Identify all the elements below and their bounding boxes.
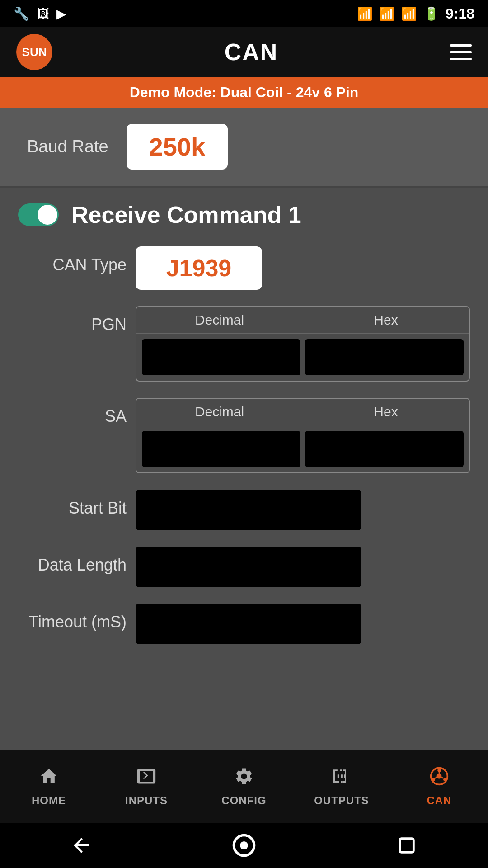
app-header: SUN CAN xyxy=(0,27,488,77)
home-icon xyxy=(39,766,59,791)
pgn-hex-header: Hex xyxy=(303,307,469,334)
system-nav-bar xyxy=(0,823,488,868)
bluetooth-icon: 📶 xyxy=(357,6,373,21)
can-type-label: CAN Type xyxy=(18,246,127,274)
svg-point-3 xyxy=(443,778,446,781)
sa-field: Decimal Hex xyxy=(136,398,470,473)
sa-dec-hex-container: Decimal Hex xyxy=(136,398,470,473)
nav-inputs-button[interactable]: INPUTS xyxy=(98,750,195,823)
sa-decimal-input[interactable] xyxy=(142,431,300,467)
svg-point-9 xyxy=(240,841,248,849)
play-icon: ▶ xyxy=(56,6,66,21)
sa-inputs xyxy=(136,425,469,472)
recents-button[interactable] xyxy=(391,830,422,861)
pgn-field: Decimal Hex xyxy=(136,306,470,382)
status-bar: 🔧 🖼 ▶ 📶 📶 📶 🔋 9:18 xyxy=(0,0,488,27)
status-time: 9:18 xyxy=(446,5,474,22)
baud-rate-label: Baud Rate xyxy=(27,137,108,156)
menu-line-3 xyxy=(450,58,472,60)
data-length-row: Data Length xyxy=(18,547,470,587)
bottom-nav: HOME INPUTS CONFIG OUTPUTS xyxy=(0,750,488,823)
nav-home-button[interactable]: HOME xyxy=(0,750,98,823)
timeout-row: Timeout (mS) xyxy=(18,604,470,644)
receive-command-header: Receive Command 1 xyxy=(18,201,470,228)
status-icons-right: 📶 📶 📶 🔋 9:18 xyxy=(357,5,474,22)
receive-command-toggle[interactable] xyxy=(18,203,59,226)
nav-config-button[interactable]: CONFIG xyxy=(195,750,293,823)
sa-hex-input[interactable] xyxy=(305,431,464,467)
timeout-label: Timeout (mS) xyxy=(18,604,127,632)
nav-outputs-label: OUTPUTS xyxy=(314,794,369,807)
pgn-label: PGN xyxy=(18,306,127,334)
inputs-icon xyxy=(136,766,156,791)
svg-point-4 xyxy=(432,778,435,781)
pgn-dec-hex-header: Decimal Hex xyxy=(136,307,469,334)
app-logo: SUN xyxy=(16,34,52,70)
hamburger-menu-button[interactable] xyxy=(450,44,472,60)
wrench-icon: 🔧 xyxy=(14,6,29,21)
nav-outputs-button[interactable]: OUTPUTS xyxy=(293,750,390,823)
config-icon xyxy=(234,766,254,791)
data-length-input[interactable] xyxy=(136,547,361,587)
outputs-icon xyxy=(332,766,352,791)
baud-rate-section: Baud Rate 250k xyxy=(0,108,488,186)
sa-decimal-header: Decimal xyxy=(136,399,303,425)
nav-inputs-label: INPUTS xyxy=(125,794,168,807)
back-button[interactable] xyxy=(66,830,97,861)
demo-text: Demo Mode: Dual Coil - 24v 6 Pin xyxy=(130,84,359,101)
sa-row: SA Decimal Hex xyxy=(18,398,470,473)
system-home-button[interactable] xyxy=(228,830,260,861)
start-bit-field xyxy=(136,490,470,530)
data-length-label: Data Length xyxy=(18,547,127,575)
svg-point-2 xyxy=(437,769,441,772)
sa-hex-header: Hex xyxy=(303,399,469,425)
pgn-row: PGN Decimal Hex xyxy=(18,306,470,382)
menu-line-1 xyxy=(450,44,472,47)
data-length-field xyxy=(136,547,470,587)
nav-can-label: CAN xyxy=(427,794,452,807)
pgn-dec-hex-container: Decimal Hex xyxy=(136,306,470,382)
sa-dec-hex-header: Decimal Hex xyxy=(136,399,469,425)
nav-home-label: HOME xyxy=(32,794,66,807)
demo-banner: Demo Mode: Dual Coil - 24v 6 Pin xyxy=(0,77,488,108)
signal-icon: 📶 xyxy=(401,6,417,21)
can-type-row: CAN Type J1939 xyxy=(18,246,470,290)
image-icon: 🖼 xyxy=(37,6,49,21)
can-icon xyxy=(429,766,449,791)
wifi-icon: 📶 xyxy=(379,6,395,21)
battery-icon: 🔋 xyxy=(423,6,439,21)
nav-can-button[interactable]: CAN xyxy=(390,750,488,823)
receive-command-title: Receive Command 1 xyxy=(71,201,301,228)
status-icons-left: 🔧 🖼 ▶ xyxy=(14,6,66,21)
timeout-input[interactable] xyxy=(136,604,361,644)
receive-section: Receive Command 1 CAN Type J1939 PGN Dec… xyxy=(0,188,488,750)
can-type-value[interactable]: J1939 xyxy=(136,246,262,290)
pgn-decimal-header: Decimal xyxy=(136,307,303,334)
menu-line-2 xyxy=(450,51,472,53)
sa-label: SA xyxy=(18,398,127,426)
start-bit-label: Start Bit xyxy=(18,490,127,518)
start-bit-input[interactable] xyxy=(136,490,361,530)
pgn-decimal-input[interactable] xyxy=(142,339,300,375)
page-title: CAN xyxy=(225,38,278,66)
start-bit-row: Start Bit xyxy=(18,490,470,530)
pgn-hex-input[interactable] xyxy=(305,339,464,375)
svg-rect-10 xyxy=(400,839,414,853)
main-content: Baud Rate 250k Receive Command 1 CAN Typ… xyxy=(0,108,488,750)
baud-rate-value[interactable]: 250k xyxy=(127,124,228,170)
timeout-field xyxy=(136,604,470,644)
toggle-knob xyxy=(38,205,57,225)
nav-config-label: CONFIG xyxy=(221,794,266,807)
can-type-field: J1939 xyxy=(136,246,470,290)
pgn-inputs xyxy=(136,334,469,381)
